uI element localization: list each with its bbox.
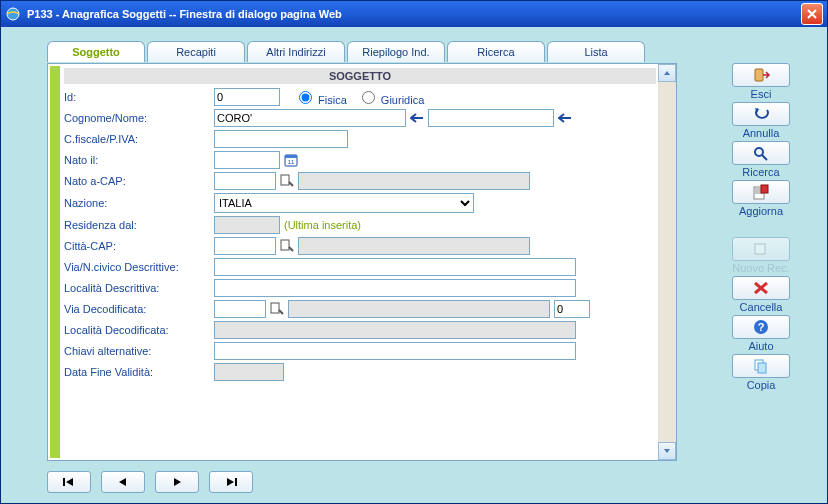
svg-rect-11 xyxy=(755,244,765,254)
annulla-label: Annulla xyxy=(723,127,799,139)
titlebar: P133 - Anagrafica Soggetti -- Finestra d… xyxy=(1,1,827,27)
input-cfiscale[interactable] xyxy=(214,130,348,148)
calendar-icon[interactable]: 11 xyxy=(282,151,300,169)
label-data-fine: Data Fine Validità: xyxy=(64,366,214,378)
input-localita-decod xyxy=(214,321,576,339)
input-citta-desc xyxy=(298,237,530,255)
action-column: Esci Annulla Ricerca Aggiorna xyxy=(723,63,799,393)
svg-rect-17 xyxy=(235,478,237,486)
input-id[interactable] xyxy=(214,88,280,106)
radio-giuridica-input[interactable] xyxy=(362,91,375,104)
input-localita-descr[interactable] xyxy=(214,279,576,297)
vertical-scrollbar[interactable] xyxy=(658,64,676,460)
form-panel: SOGGETTO Id: Fisica Giuridica xyxy=(47,63,677,461)
svg-rect-10 xyxy=(761,185,768,193)
lookup-nato-a-icon[interactable] xyxy=(278,172,296,190)
tab-riepilogo-ind[interactable]: Riepilogo Ind. xyxy=(347,41,445,62)
section-header: SOGGETTO xyxy=(64,68,656,84)
label-citta-cap: Città-CAP: xyxy=(64,240,214,252)
label-localita-descr: Località Descrittiva: xyxy=(64,282,214,294)
svg-rect-15 xyxy=(758,363,766,373)
label-id: Id: xyxy=(64,91,214,103)
aiuto-button[interactable]: ? xyxy=(732,315,790,339)
select-nazione[interactable]: ITALIA xyxy=(214,193,474,213)
window-title: P133 - Anagrafica Soggetti -- Finestra d… xyxy=(27,8,801,20)
label-localita-decod: Località Decodificata: xyxy=(64,324,214,336)
svg-rect-4 xyxy=(281,175,289,185)
label-nazione: Nazione: xyxy=(64,197,214,209)
svg-text:?: ? xyxy=(758,321,765,333)
radio-fisica[interactable]: Fisica xyxy=(294,88,347,106)
nuovo-rec-button xyxy=(732,237,790,261)
active-stripe xyxy=(50,66,60,458)
svg-point-0 xyxy=(7,8,19,20)
svg-rect-16 xyxy=(63,478,65,486)
nuovo-rec-label: Nuovo Rec. xyxy=(723,262,799,274)
svg-rect-7 xyxy=(755,69,763,81)
input-cognome[interactable] xyxy=(214,109,406,127)
nav-next-button[interactable] xyxy=(155,471,199,493)
label-nato-a-cap: Nato a-CAP: xyxy=(64,175,214,187)
label-nato-il: Nato il: xyxy=(64,154,214,166)
svg-rect-6 xyxy=(271,303,279,313)
esci-button[interactable] xyxy=(732,63,790,87)
radio-giuridica[interactable]: Giuridica xyxy=(357,88,424,106)
input-via-decod-desc xyxy=(288,300,550,318)
hint-ultima-inserita: (Ultima inserita) xyxy=(284,219,361,231)
ricerca-label: Ricerca xyxy=(723,166,799,178)
svg-rect-2 xyxy=(285,155,297,158)
radio-fisica-input[interactable] xyxy=(299,91,312,104)
input-citta-code[interactable] xyxy=(214,237,276,255)
label-via-decod: Via Decodificata: xyxy=(64,303,214,315)
tab-altri-indirizzi[interactable]: Altri Indirizzi xyxy=(247,41,345,62)
label-chiavi-alt: Chiavi alternative: xyxy=(64,345,214,357)
tab-recapiti[interactable]: Recapiti xyxy=(147,41,245,62)
lookup-citta-icon[interactable] xyxy=(278,237,296,255)
svg-text:11: 11 xyxy=(288,159,295,165)
tab-ricerca[interactable]: Ricerca xyxy=(447,41,545,62)
swap-right-icon[interactable] xyxy=(556,109,574,127)
label-cognome-nome: Cognome/Nome: xyxy=(64,112,214,124)
input-residenza-dal xyxy=(214,216,280,234)
aiuto-label: Aiuto xyxy=(723,340,799,352)
svg-point-8 xyxy=(755,148,763,156)
ricerca-button[interactable] xyxy=(732,141,790,165)
label-via-descr: Via/N.civico Descrittive: xyxy=(64,261,214,273)
record-nav xyxy=(47,471,253,493)
tab-soggetto[interactable]: Soggetto xyxy=(47,41,145,62)
input-nato-il[interactable] xyxy=(214,151,280,169)
copia-label: Copia xyxy=(723,379,799,391)
label-residenza-dal: Residenza dal: xyxy=(64,219,214,231)
scroll-up-button[interactable] xyxy=(658,64,676,82)
svg-rect-5 xyxy=(281,240,289,250)
nav-first-button[interactable] xyxy=(47,471,91,493)
ie-icon xyxy=(5,6,21,22)
tab-lista[interactable]: Lista xyxy=(547,41,645,62)
input-data-fine xyxy=(214,363,284,381)
input-via-decod-code[interactable] xyxy=(214,300,266,318)
cancella-label: Cancella xyxy=(723,301,799,313)
input-nato-a-desc xyxy=(298,172,530,190)
aggiorna-label: Aggiorna xyxy=(723,205,799,217)
label-cfiscale: C.fiscale/P.IVA: xyxy=(64,133,214,145)
input-chiavi-alt[interactable] xyxy=(214,342,576,360)
swap-left-icon[interactable] xyxy=(408,109,426,127)
nav-last-button[interactable] xyxy=(209,471,253,493)
input-via-decod-num[interactable] xyxy=(554,300,590,318)
copia-button[interactable] xyxy=(732,354,790,378)
annulla-button[interactable] xyxy=(732,102,790,126)
window-close-button[interactable] xyxy=(801,3,823,25)
input-nome[interactable] xyxy=(428,109,554,127)
tab-bar: Soggetto Recapiti Altri Indirizzi Riepil… xyxy=(47,41,647,62)
aggiorna-button[interactable] xyxy=(732,180,790,204)
nav-prev-button[interactable] xyxy=(101,471,145,493)
input-via-descr[interactable] xyxy=(214,258,576,276)
scroll-down-button[interactable] xyxy=(658,442,676,460)
lookup-via-icon[interactable] xyxy=(268,300,286,318)
cancella-button[interactable] xyxy=(732,276,790,300)
esci-label: Esci xyxy=(723,88,799,100)
input-nato-a-code[interactable] xyxy=(214,172,276,190)
